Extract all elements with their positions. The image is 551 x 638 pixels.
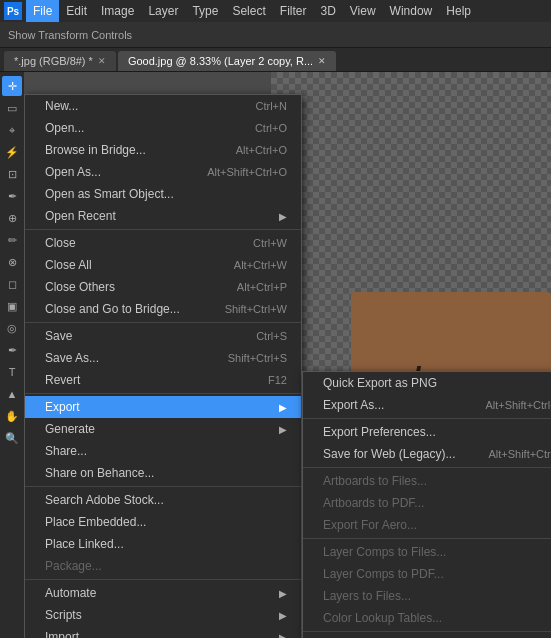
menu-close-others-shortcut: Alt+Ctrl+P [237,281,287,293]
menu-layer-comps-files-label: Layer Comps to Files... [323,545,551,559]
type-menu-item[interactable]: Type [185,0,225,22]
menu-quick-export[interactable]: Quick Export as PNG [303,372,551,394]
zoom-tool[interactable]: 🔍 [2,428,22,448]
menu-close-bridge-shortcut: Shift+Ctrl+W [225,303,287,315]
layer-menu-item[interactable]: Layer [141,0,185,22]
menu-new[interactable]: New... Ctrl+N [25,95,301,117]
menu-automate-label: Automate [45,586,279,600]
separator-1 [25,229,301,230]
menu-share-behance-label: Share on Behance... [45,466,287,480]
menu-share-label: Share... [45,444,287,458]
menu-data-sets: Data Sets as Files... [303,634,551,638]
healing-tool[interactable]: ⊕ [2,208,22,228]
menu-artboards-files-label: Artboards to Files... [323,474,551,488]
export-arrow-icon: ▶ [279,402,287,413]
menu-browse-bridge[interactable]: Browse in Bridge... Alt+Ctrl+O [25,139,301,161]
menu-artboards-pdf-label: Artboards to PDF... [323,496,551,510]
canvas-area: dropps lighten your load New... Ctrl+N O… [24,72,551,638]
menu-import[interactable]: Import ▶ [25,626,301,638]
menu-close-bridge[interactable]: Close and Go to Bridge... Shift+Ctrl+W [25,298,301,320]
brush-tool[interactable]: ✏ [2,230,22,250]
edit-menu-item[interactable]: Edit [59,0,94,22]
menu-browse-bridge-shortcut: Alt+Ctrl+O [236,144,287,156]
menu-export-preferences[interactable]: Export Preferences... [303,421,551,443]
menu-open-recent[interactable]: Open Recent ▶ [25,205,301,227]
tab-file1[interactable]: *.jpg (RGB/8#) * ✕ [4,51,116,71]
clone-tool[interactable]: ⊗ [2,252,22,272]
text-tool[interactable]: T [2,362,22,382]
menu-save[interactable]: Save Ctrl+S [25,325,301,347]
marquee-tool[interactable]: ▭ [2,98,22,118]
menu-revert[interactable]: Revert F12 [25,369,301,391]
menu-open-label: Open... [45,121,255,135]
menu-export[interactable]: Export ▶ [25,396,301,418]
move-tool[interactable]: ✛ [2,76,22,96]
menu-artboards-pdf: Artboards to PDF... [303,492,551,514]
dodge-tool[interactable]: ◎ [2,318,22,338]
separator-2 [25,322,301,323]
menu-open[interactable]: Open... Ctrl+O [25,117,301,139]
separator-5 [25,579,301,580]
menu-browse-bridge-label: Browse in Bridge... [45,143,236,157]
options-bar-text: Show Transform Controls [8,29,132,41]
filter-menu-item[interactable]: Filter [273,0,314,22]
menu-export-aero-label: Export For Aero... [323,518,551,532]
select-menu-item[interactable]: Select [225,0,272,22]
menu-export-as-label: Export As... [323,398,485,412]
menu-export-label: Export [45,400,279,414]
menu-generate[interactable]: Generate ▶ [25,418,301,440]
crop-tool[interactable]: ⊡ [2,164,22,184]
menu-export-as[interactable]: Export As... Alt+Shift+Ctrl+W [303,394,551,416]
menu-save-web-shortcut: Alt+Shift+Ctrl+S [488,448,551,460]
menu-save-as[interactable]: Save As... Shift+Ctrl+S [25,347,301,369]
view-menu-item[interactable]: View [343,0,383,22]
menu-share-behance[interactable]: Share on Behance... [25,462,301,484]
window-menu-item[interactable]: Window [383,0,440,22]
options-bar: Show Transform Controls [0,22,551,48]
menu-save-web[interactable]: Save for Web (Legacy)... Alt+Shift+Ctrl+… [303,443,551,465]
eyedropper-tool[interactable]: ✒ [2,186,22,206]
menu-layers-files-label: Layers to Files... [323,589,551,603]
scripts-arrow-icon: ▶ [279,610,287,621]
help-menu-item[interactable]: Help [439,0,478,22]
menu-share[interactable]: Share... [25,440,301,462]
left-toolbar: ✛ ▭ ⌖ ⚡ ⊡ ✒ ⊕ ✏ ⊗ ◻ ▣ ◎ ✒ T ▲ ✋ 🔍 [0,72,24,638]
menu-automate[interactable]: Automate ▶ [25,582,301,604]
menu-place-embedded[interactable]: Place Embedded... [25,511,301,533]
wand-tool[interactable]: ⚡ [2,142,22,162]
menu-search-stock-label: Search Adobe Stock... [45,493,287,507]
menu-search-stock[interactable]: Search Adobe Stock... [25,489,301,511]
tab-close-icon[interactable]: ✕ [318,56,326,66]
menu-close[interactable]: Close Ctrl+W [25,232,301,254]
menu-save-label: Save [45,329,256,343]
eraser-tool[interactable]: ◻ [2,274,22,294]
hand-tool[interactable]: ✋ [2,406,22,426]
menu-export-aero: Export For Aero... [303,514,551,536]
menu-open-as-label: Open As... [45,165,207,179]
menu-layer-comps-files: Layer Comps to Files... [303,541,551,563]
menu-layer-comps-pdf: Layer Comps to PDF... [303,563,551,585]
tab-file2[interactable]: Good.jpg @ 8.33% (Layer 2 copy, R... ✕ [118,51,336,71]
image-menu-item[interactable]: Image [94,0,141,22]
menu-close-all-label: Close All [45,258,234,272]
menu-scripts[interactable]: Scripts ▶ [25,604,301,626]
menu-import-label: Import [45,630,279,638]
tab-close-icon[interactable]: ✕ [98,56,106,66]
menu-place-linked[interactable]: Place Linked... [25,533,301,555]
menu-open-as[interactable]: Open As... Alt+Shift+Ctrl+O [25,161,301,183]
menu-package: Package... [25,555,301,577]
tab-bar: *.jpg (RGB/8#) * ✕ Good.jpg @ 8.33% (Lay… [0,48,551,72]
menu-open-smart[interactable]: Open as Smart Object... [25,183,301,205]
menu-close-others[interactable]: Close Others Alt+Ctrl+P [25,276,301,298]
file-menu-item[interactable]: File [26,0,59,22]
import-arrow-icon: ▶ [279,632,287,639]
menu-scripts-label: Scripts [45,608,279,622]
shape-tool[interactable]: ▲ [2,384,22,404]
menu-close-label: Close [45,236,253,250]
menu-close-all[interactable]: Close All Alt+Ctrl+W [25,254,301,276]
3d-menu-item[interactable]: 3D [313,0,342,22]
pen-tool[interactable]: ✒ [2,340,22,360]
gradient-tool[interactable]: ▣ [2,296,22,316]
automate-arrow-icon: ▶ [279,588,287,599]
lasso-tool[interactable]: ⌖ [2,120,22,140]
